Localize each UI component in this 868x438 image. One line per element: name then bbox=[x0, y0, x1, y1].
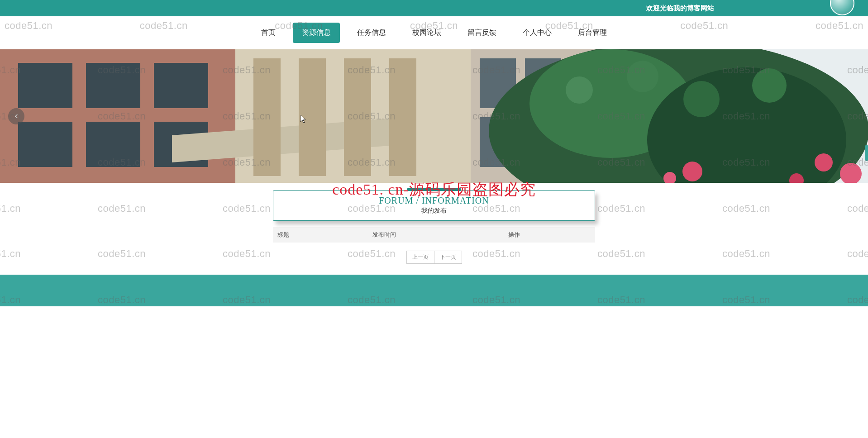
chevron-left-icon bbox=[13, 113, 19, 119]
svg-rect-12 bbox=[344, 58, 371, 176]
pagination: 上一页 下一页 bbox=[273, 251, 595, 264]
svg-rect-4 bbox=[154, 63, 208, 108]
scrollbar-thumb[interactable] bbox=[865, 145, 868, 161]
svg-point-25 bbox=[752, 68, 787, 103]
main-nav: 首页 资源信息 任务信息 校园论坛 留言反馈 个人中心 后台管理 bbox=[0, 16, 868, 49]
svg-rect-3 bbox=[86, 63, 140, 108]
avatar[interactable] bbox=[830, 0, 854, 15]
svg-point-24 bbox=[683, 81, 720, 117]
nav-resources[interactable]: 资源信息 bbox=[293, 23, 340, 43]
nav-admin[interactable]: 后台管理 bbox=[569, 23, 616, 43]
column-operation: 操作 bbox=[508, 231, 591, 239]
next-page-button[interactable]: 下一页 bbox=[434, 251, 462, 264]
carousel-prev-button[interactable] bbox=[8, 108, 24, 124]
svg-rect-11 bbox=[299, 58, 326, 176]
nav-feedback[interactable]: 留言反馈 bbox=[458, 23, 506, 43]
svg-point-28 bbox=[815, 153, 833, 171]
svg-rect-5 bbox=[18, 122, 72, 167]
column-title: 标题 bbox=[277, 231, 372, 239]
column-time: 发布时间 bbox=[372, 231, 508, 239]
footer-band bbox=[0, 275, 868, 306]
svg-rect-10 bbox=[253, 58, 281, 176]
svg-point-26 bbox=[682, 162, 702, 181]
nav-tasks[interactable]: 任务信息 bbox=[348, 23, 395, 43]
svg-rect-2 bbox=[18, 63, 72, 108]
topbar: 欢迎光临我的博客网站 bbox=[0, 0, 868, 16]
nav-home[interactable]: 首页 bbox=[252, 23, 285, 43]
svg-rect-6 bbox=[86, 122, 140, 167]
nav-forum[interactable]: 校园论坛 bbox=[403, 23, 450, 43]
panel-title-cn: 我的发布 bbox=[273, 207, 595, 215]
svg-point-23 bbox=[627, 61, 658, 92]
welcome-text: 欢迎光临我的博客网站 bbox=[646, 4, 714, 13]
hero-banner bbox=[0, 49, 868, 183]
prev-page-button[interactable]: 上一页 bbox=[406, 251, 434, 264]
svg-rect-13 bbox=[389, 58, 416, 176]
table-header-row: 标题 发布时间 操作 bbox=[273, 227, 595, 243]
anti-steal-overlay: code51. cn-源码乐园盗图必究 bbox=[332, 179, 536, 200]
nav-profile[interactable]: 个人中心 bbox=[514, 23, 561, 43]
svg-point-22 bbox=[566, 76, 593, 104]
